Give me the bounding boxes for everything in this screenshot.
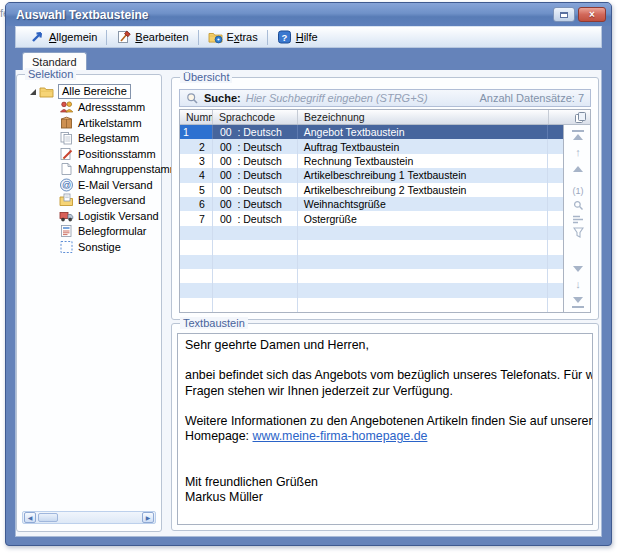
table-side-toolbar: ↑ (1) [564,125,590,312]
table-row[interactable] [180,269,563,283]
window-frame: Allgemein Bearbeiten [6,26,611,546]
table-row[interactable]: 100 : DeutschAngebot Textbaustein [180,125,563,139]
search-icon [186,92,199,105]
table-row[interactable] [180,240,563,254]
filter-icon[interactable] [572,227,584,240]
uebersicht-label: Übersicht [180,71,232,83]
dashed-box-icon [59,240,74,254]
tree-item-belegformular[interactable]: Belegformular [21,224,157,240]
scroll-bottom-icon[interactable] [572,296,584,308]
row-up-icon[interactable]: ↑ [572,148,584,158]
expander-icon[interactable] [30,89,36,95]
signature-line: Markus Müller [185,490,585,505]
maximize-icon [560,12,568,18]
search-input[interactable]: Hier Suchbegriff eingeben (STRG+S) [246,92,475,104]
scroll-top-icon[interactable] [572,130,584,142]
tree-item-belegversand[interactable]: Belegversand [21,193,157,209]
selektion-groupbox: Selektion Alle Bereiche [16,74,162,532]
client-area: Selektion Alle Bereiche [15,70,602,537]
form-icon [59,224,74,238]
tree-item-artikelstamm[interactable]: Artikelstamm [21,115,157,131]
uebersicht-groupbox: Übersicht Suche: Hier Suchbegriff eingeb… [171,77,599,320]
column-header-sprachcode[interactable]: Sprachcode [213,110,298,124]
app-window: Auswahl Textbausteine × Allgemein [5,2,612,546]
help-icon: ? [277,30,292,44]
table-row[interactable] [180,283,563,297]
tree-item-belegstamm[interactable]: Belegstamm [21,131,157,147]
tree-item-alle-bereiche[interactable]: Alle Bereiche [21,84,157,100]
tree-item-sonstige[interactable]: Sonstige [21,239,157,255]
svg-text:?: ? [281,32,287,43]
homepage-link[interactable]: www.meine-firma-homepage.de [253,429,428,443]
column-header-bezeichnung[interactable]: Bezeichnung [298,110,549,124]
arrow-up-right-icon [30,30,45,44]
folder-extras-icon [208,30,223,44]
selection-tree: Alle Bereiche Adressstamm [21,84,157,255]
menu-allgemein[interactable]: Allgemein [22,27,105,47]
tree-item-label: Alle Bereiche [58,84,131,99]
package-icon [59,116,74,130]
tree-item-mahngruppenstamm[interactable]: Mahngruppenstamm [21,162,157,178]
document-icon [59,162,74,176]
tree-horizontal-scrollbar[interactable]: ◀ ▶ [22,511,156,524]
table-row[interactable] [180,298,563,312]
scrollbar-thumb[interactable] [38,513,58,522]
page-up-icon[interactable] [572,165,584,174]
tree-item-adressstamm[interactable]: Adressstamm [21,100,157,116]
columns-icon[interactable]: (1) [572,187,584,196]
table-row[interactable]: 500 : DeutschArtikelbeschreibung 2 Textb… [180,183,563,197]
page-down-icon[interactable] [572,265,584,274]
document-pencil-icon [59,147,74,161]
screen: fe Auswahl Textbausteine × Allgemein [0,0,618,559]
folder-open-icon [39,85,54,99]
menu-extras[interactable]: Extras [200,27,266,47]
tab-bar: Standard [15,48,602,70]
table-header[interactable]: Nummer Sprachcode Bezeichnung [180,110,590,125]
toolbar-separator [267,30,268,45]
record-count-value: 7 [578,92,584,104]
menu-bearbeiten[interactable]: Bearbeiten [108,27,196,47]
copy-icon[interactable] [574,111,587,124]
greeting-line: Sehr geehrte Damen und Herren, [185,338,585,353]
menu-hilfe[interactable]: ? Hilfe [269,27,326,47]
record-count-label: Anzahl Datensätze: [479,92,574,104]
row-down-icon[interactable]: ↓ [572,280,584,290]
search-label: Suche: [204,92,241,104]
toolbar-separator [198,30,199,45]
closing-line: Mit freundlichen Grüßen [185,475,585,490]
table-row[interactable]: 400 : DeutschArtikelbeschreibung 1 Textb… [180,168,563,182]
selektion-label: Selektion [25,68,76,80]
search-bar[interactable]: Suche: Hier Suchbegriff eingeben (STRG+S… [179,89,591,107]
svg-text:@: @ [62,180,71,190]
tree-item-positionsstamm[interactable]: Positionsstamm [21,146,157,162]
table-row[interactable] [180,255,563,269]
tree-item-email-versand[interactable]: @ E-Mail Versand [21,177,157,193]
table-rows: 100 : DeutschAngebot Textbaustein200 : D… [180,125,564,312]
people-icon [59,100,74,114]
table-row[interactable]: 200 : DeutschAuftrag Textbaustein [180,139,563,153]
textbaustein-content[interactable]: Sehr geehrte Damen und Herren, anbei bef… [177,333,593,525]
edit-document-icon [116,30,131,44]
scroll-left-button[interactable]: ◀ [24,512,36,523]
maximize-button[interactable] [553,7,575,22]
truck-icon [59,209,74,223]
sort-icon[interactable] [572,214,584,227]
table-row[interactable]: 600 : DeutschWeihnachtsgrüße [180,197,563,211]
textbaustein-label: Textbaustein [180,317,248,329]
tree-item-logistik-versand[interactable]: Logistik Versand [21,208,157,224]
table-row[interactable]: 300 : DeutschRechnung Textbaustein [180,154,563,168]
window-title: Auswahl Textbausteine [16,8,553,22]
folder-document-icon [59,193,74,207]
titlebar[interactable]: Auswahl Textbausteine × [6,3,611,26]
documents-icon [59,131,74,145]
table-row[interactable] [180,226,563,240]
column-header-nummer[interactable]: Nummer [180,110,213,124]
table-row[interactable]: 700 : DeutschOstergrüße [180,211,563,225]
column-search-icon[interactable] [572,200,584,213]
at-sign-icon: @ [59,178,74,192]
textbaustein-groupbox: Textbaustein Sehr geehrte Damen und Herr… [171,323,599,531]
close-button[interactable]: × [578,7,606,22]
textbaustein-table: Nummer Sprachcode Bezeichnung 100 : Deut… [179,109,591,313]
menubar: Allgemein Bearbeiten [15,26,602,48]
scroll-right-button[interactable]: ▶ [142,512,154,523]
